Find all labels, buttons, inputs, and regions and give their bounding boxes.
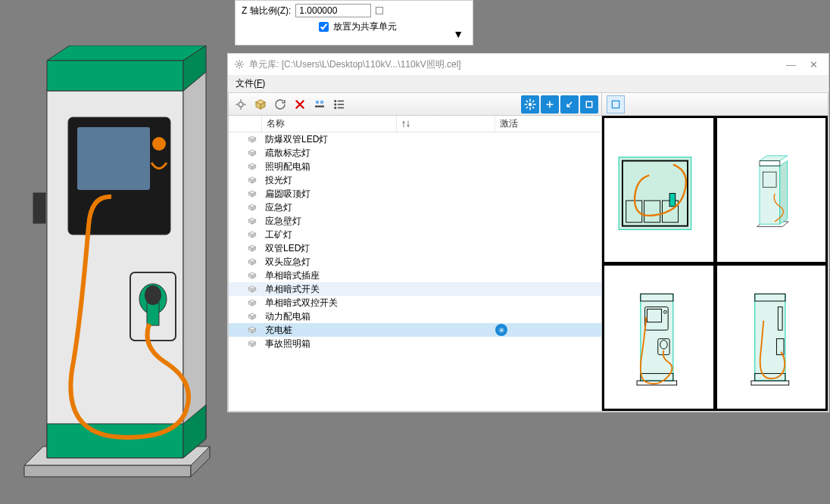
svg-marker-1 <box>24 465 191 477</box>
list-row[interactable]: 投光灯 <box>229 173 601 187</box>
cell-box-icon <box>244 162 261 171</box>
preview-iso-view[interactable] <box>716 117 828 263</box>
z-scale-input[interactable] <box>295 4 371 17</box>
preview-grid <box>602 116 828 411</box>
row-label: 充电桩 <box>261 324 495 337</box>
list-row[interactable]: 疏散标志灯 <box>229 146 601 160</box>
cell-box-icon <box>244 244 261 253</box>
row-label: 疏散标志灯 <box>261 147 601 160</box>
list-view-icon[interactable] <box>330 95 348 114</box>
preview-toolbar <box>602 93 828 116</box>
title-star-icon <box>234 59 245 70</box>
shared-cell-checkbox[interactable] <box>319 22 329 32</box>
top-options-panel: Z 轴比例(Z): 放置为共享单元 ▼ <box>235 0 473 45</box>
list-row[interactable]: 应急壁灯 <box>229 214 601 228</box>
svg-line-49 <box>532 107 534 108</box>
svg-rect-80 <box>750 381 788 385</box>
box-icon[interactable] <box>251 95 270 114</box>
plus-tool-icon[interactable] <box>541 95 559 114</box>
row-label: 工矿灯 <box>261 229 601 241</box>
preview-panel <box>602 93 828 412</box>
list-row[interactable]: 单相暗式双控开关 <box>229 296 601 310</box>
svg-marker-67 <box>779 160 787 224</box>
column-sort[interactable] <box>397 116 495 132</box>
new-icon[interactable] <box>232 95 250 114</box>
extents-tool-icon[interactable] <box>580 95 598 114</box>
svg-point-37 <box>334 100 336 102</box>
list-row[interactable]: 充电桩✳ <box>229 323 601 337</box>
charger-3d-illustration <box>17 45 229 492</box>
list-row[interactable]: 单相暗式开关 <box>229 282 601 296</box>
svg-rect-36 <box>315 105 324 107</box>
svg-rect-64 <box>669 194 676 207</box>
svg-point-12 <box>152 137 166 151</box>
column-active[interactable]: 激活 <box>495 116 601 132</box>
active-badge: ✳ <box>495 324 601 336</box>
svg-point-56 <box>584 98 595 110</box>
preview-top-view[interactable] <box>603 117 715 263</box>
row-label: 投光灯 <box>261 174 601 187</box>
cell-box-icon <box>244 135 261 144</box>
row-label: 防爆双管LED灯 <box>261 133 601 146</box>
svg-rect-58 <box>612 101 619 107</box>
svg-rect-11 <box>77 127 150 190</box>
svg-marker-8 <box>47 424 183 458</box>
svg-point-34 <box>316 100 320 104</box>
row-label: 双头应急灯 <box>261 256 601 269</box>
cell-box-icon <box>244 285 261 294</box>
expand-arrow-icon[interactable]: ▼ <box>453 28 463 40</box>
cell-box-icon <box>244 271 261 280</box>
row-label: 单相暗式插座 <box>261 269 601 282</box>
file-menu[interactable]: 文件(F) <box>236 77 265 90</box>
svg-line-51 <box>532 100 534 101</box>
list-row[interactable]: 双管LED灯 <box>229 241 601 255</box>
cell-box-icon <box>244 257 261 266</box>
svg-point-43 <box>529 102 532 106</box>
shared-cell-label: 放置为共享单元 <box>333 20 397 33</box>
window-title: 单元库: [C:\Users\L\Desktop\110kV...\110kV照… <box>249 58 461 71</box>
list-row[interactable]: 动力配电箱 <box>229 310 601 323</box>
row-label: 双管LED灯 <box>261 242 601 255</box>
list-row[interactable]: 事故照明箱 <box>229 337 601 350</box>
svg-point-18 <box>238 63 241 66</box>
preview-side-view[interactable] <box>716 264 828 411</box>
view-mode-icon[interactable] <box>607 95 625 114</box>
svg-rect-38 <box>338 100 344 101</box>
svg-marker-66 <box>759 166 779 224</box>
svg-marker-6 <box>47 61 183 91</box>
arrow-tool-icon[interactable] <box>560 95 579 114</box>
list-row[interactable]: 防爆双管LED灯 <box>229 132 601 146</box>
svg-marker-68 <box>759 156 787 161</box>
refresh-icon[interactable] <box>271 95 289 114</box>
cell-box-icon <box>244 312 261 321</box>
svg-point-27 <box>239 102 243 107</box>
svg-point-17 <box>145 285 161 305</box>
svg-rect-16 <box>147 303 159 325</box>
list-header: 名称 激活 <box>229 116 601 132</box>
cell-box-icon <box>244 203 261 212</box>
column-name[interactable]: 名称 <box>262 116 397 132</box>
close-button[interactable]: ✕ <box>810 59 818 70</box>
minimize-button[interactable]: — <box>786 59 796 70</box>
preview-front-view[interactable] <box>603 264 715 411</box>
cell-box-icon <box>244 176 261 185</box>
svg-rect-13 <box>33 193 45 223</box>
menubar: 文件(F) <box>228 75 828 93</box>
cell-box-icon <box>244 325 261 334</box>
row-label: 单相暗式双控开关 <box>261 297 601 310</box>
row-label: 扁圆吸顶灯 <box>261 188 601 201</box>
list-row[interactable]: 双头应急灯 <box>229 255 601 269</box>
list-row[interactable]: 扁圆吸顶灯 <box>229 187 601 201</box>
list-body: 防爆双管LED灯疏散标志灯照明配电箱投光灯扁圆吸顶灯应急灯应急壁灯工矿灯双管LE… <box>229 132 601 411</box>
preview-icon[interactable] <box>310 95 329 114</box>
list-row[interactable]: 工矿灯 <box>229 228 601 241</box>
list-row[interactable]: 单相暗式插座 <box>229 269 601 282</box>
place-star-icon[interactable] <box>521 95 539 114</box>
list-row[interactable]: 应急灯 <box>229 201 601 214</box>
z-lock-square[interactable] <box>376 7 383 14</box>
svg-rect-40 <box>338 104 344 105</box>
delete-icon[interactable] <box>291 95 309 114</box>
list-row[interactable]: 照明配电箱 <box>229 160 601 173</box>
row-label: 应急壁灯 <box>261 215 601 228</box>
cell-box-icon <box>244 298 261 307</box>
